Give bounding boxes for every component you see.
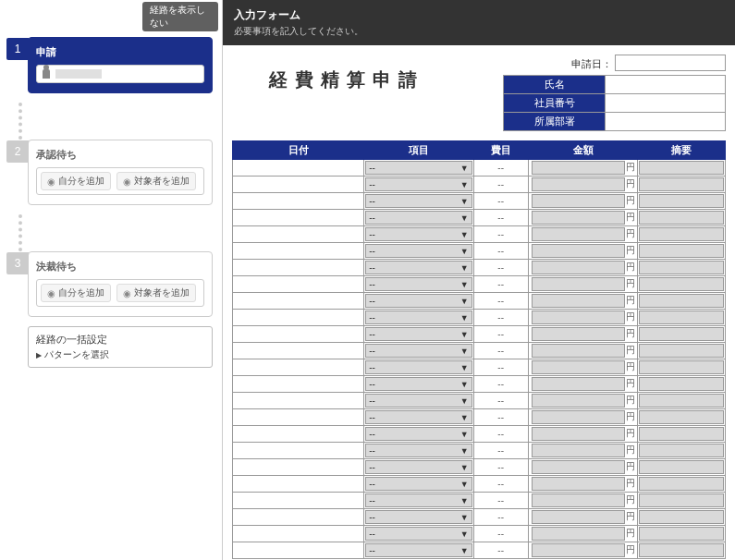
amount-input[interactable] (532, 244, 625, 258)
amount-input[interactable] (532, 261, 625, 274)
amount-input[interactable] (532, 410, 625, 424)
date-cell[interactable] (233, 243, 364, 260)
date-cell[interactable] (233, 310, 364, 326)
date-cell[interactable] (233, 260, 364, 276)
amount-input[interactable] (532, 527, 625, 541)
date-cell[interactable] (233, 210, 364, 226)
application-date-input[interactable] (615, 55, 726, 71)
note-input[interactable] (639, 377, 724, 391)
date-cell[interactable] (233, 359, 364, 376)
date-input[interactable] (233, 293, 363, 309)
date-cell[interactable] (233, 476, 364, 493)
add-self-button[interactable]: 自分を追加 (41, 172, 111, 190)
item-select[interactable]: --▼ (365, 460, 472, 474)
amount-input[interactable] (532, 477, 625, 491)
item-select[interactable]: --▼ (365, 543, 472, 557)
note-input[interactable] (639, 294, 724, 308)
date-cell[interactable] (233, 409, 364, 426)
meta-value-dept[interactable] (606, 113, 726, 131)
amount-input[interactable] (532, 377, 625, 391)
date-cell[interactable] (233, 426, 364, 443)
meta-value-name[interactable] (606, 76, 726, 94)
note-input[interactable] (639, 394, 724, 408)
date-input[interactable] (233, 409, 363, 425)
date-input[interactable] (233, 276, 363, 292)
item-select[interactable]: --▼ (365, 177, 472, 191)
date-cell[interactable] (233, 276, 364, 293)
date-input[interactable] (233, 542, 363, 558)
note-input[interactable] (639, 227, 724, 241)
amount-input[interactable] (532, 327, 625, 341)
note-input[interactable] (639, 543, 724, 557)
date-input[interactable] (233, 160, 363, 176)
item-select[interactable]: --▼ (365, 327, 472, 341)
date-cell[interactable] (233, 393, 364, 409)
item-select[interactable]: --▼ (365, 427, 472, 441)
hide-route-toggle[interactable]: 経路を表示しない (142, 2, 218, 31)
note-input[interactable] (639, 360, 724, 374)
note-input[interactable] (639, 211, 724, 225)
date-cell[interactable] (233, 226, 364, 243)
amount-input[interactable] (532, 510, 625, 524)
workflow-step-decision[interactable]: 3 決裁待ち 自分を追加 対象者を追加 (28, 251, 213, 317)
amount-input[interactable] (532, 360, 625, 374)
date-cell[interactable] (233, 459, 364, 476)
date-cell[interactable] (233, 509, 364, 526)
date-input[interactable] (233, 393, 363, 408)
date-input[interactable] (233, 359, 363, 375)
item-select[interactable]: --▼ (365, 161, 472, 175)
item-select[interactable]: --▼ (365, 244, 472, 258)
note-input[interactable] (639, 344, 724, 358)
note-input[interactable] (639, 261, 724, 274)
date-cell[interactable] (233, 160, 364, 177)
workflow-step-approval[interactable]: 2 承認待ち 自分を追加 対象者を追加 (28, 140, 213, 205)
date-cell[interactable] (233, 293, 364, 310)
workflow-step-apply[interactable]: 1 申請 (28, 37, 213, 93)
note-input[interactable] (639, 161, 724, 175)
date-input[interactable] (233, 326, 363, 342)
amount-input[interactable] (532, 543, 625, 557)
date-input[interactable] (233, 243, 363, 259)
item-select[interactable]: --▼ (365, 310, 472, 324)
note-input[interactable] (639, 493, 724, 507)
item-select[interactable]: --▼ (365, 211, 472, 225)
amount-input[interactable] (532, 310, 625, 324)
note-input[interactable] (639, 410, 724, 424)
amount-input[interactable] (532, 161, 625, 175)
date-cell[interactable] (233, 326, 364, 343)
date-input[interactable] (233, 493, 363, 508)
date-input[interactable] (233, 476, 363, 492)
amount-input[interactable] (532, 194, 625, 208)
item-select[interactable]: --▼ (365, 344, 472, 358)
applicant-user-box[interactable] (36, 65, 204, 83)
item-select[interactable]: --▼ (365, 294, 472, 308)
note-input[interactable] (639, 244, 724, 258)
note-input[interactable] (639, 277, 724, 291)
date-cell[interactable] (233, 343, 364, 359)
date-input[interactable] (233, 509, 363, 525)
amount-input[interactable] (532, 493, 625, 507)
note-input[interactable] (639, 477, 724, 491)
item-select[interactable]: --▼ (365, 410, 472, 424)
date-input[interactable] (233, 193, 363, 209)
add-target-button[interactable]: 対象者を追加 (116, 284, 196, 302)
note-input[interactable] (639, 460, 724, 474)
date-input[interactable] (233, 260, 363, 275)
amount-input[interactable] (532, 427, 625, 441)
note-input[interactable] (639, 510, 724, 524)
item-select[interactable]: --▼ (365, 227, 472, 241)
date-input[interactable] (233, 376, 363, 392)
note-input[interactable] (639, 427, 724, 441)
amount-input[interactable] (532, 394, 625, 408)
date-cell[interactable] (233, 542, 364, 559)
item-select[interactable]: --▼ (365, 444, 472, 457)
add-target-button[interactable]: 対象者を追加 (116, 172, 196, 190)
date-input[interactable] (233, 443, 363, 458)
date-input[interactable] (233, 426, 363, 442)
note-input[interactable] (639, 177, 724, 191)
note-input[interactable] (639, 444, 724, 457)
amount-input[interactable] (532, 227, 625, 241)
amount-input[interactable] (532, 294, 625, 308)
amount-input[interactable] (532, 277, 625, 291)
amount-input[interactable] (532, 460, 625, 474)
